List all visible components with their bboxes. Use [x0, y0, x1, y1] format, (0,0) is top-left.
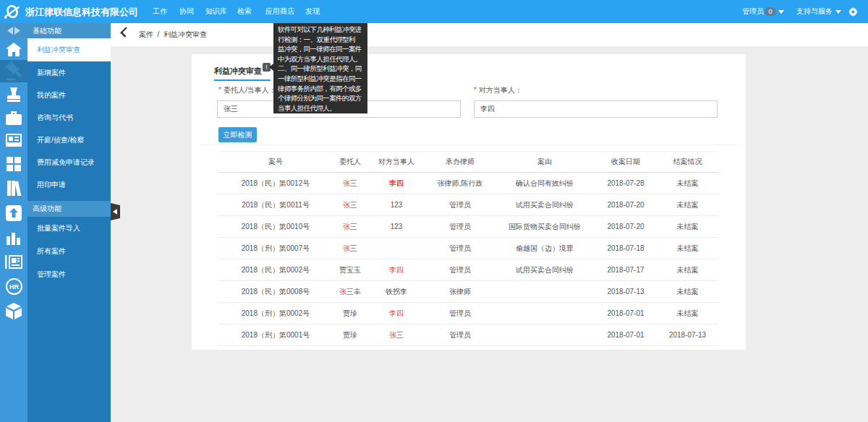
svg-text:HR: HR: [9, 283, 19, 290]
